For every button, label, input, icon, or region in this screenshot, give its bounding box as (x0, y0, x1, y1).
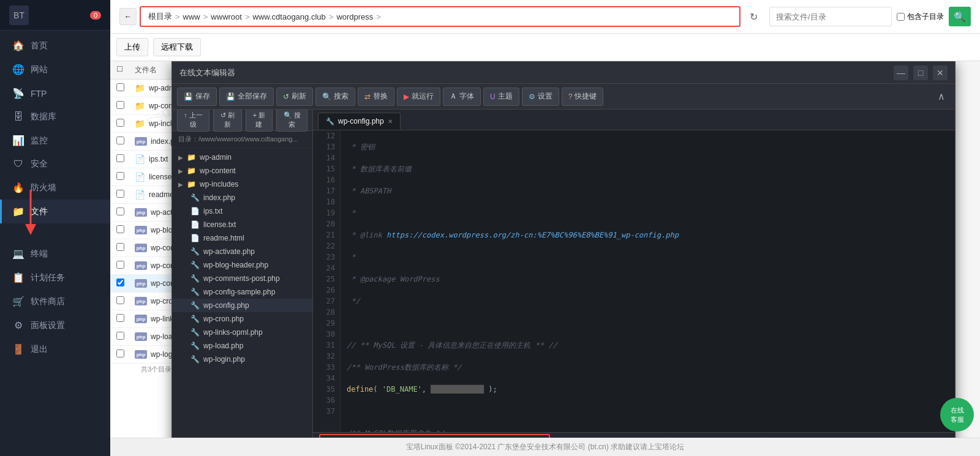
sidebar-item-terminal[interactable]: 💻 终端 (0, 242, 110, 266)
run-icon: ▶ (404, 92, 409, 101)
online-support-button[interactable]: 在线 客服 (940, 398, 974, 432)
sidebar-item-security[interactable]: 🛡 安全 (0, 152, 110, 176)
php-file-icon: 🔧 (190, 193, 200, 202)
theme-icon: U (490, 92, 496, 101)
tree-item-readme-html[interactable]: 📄 readme.html (172, 231, 312, 245)
tree-item-wp-load[interactable]: 🔧 wp-load.php (172, 339, 312, 353)
sidebar-item-store[interactable]: 🛒 软件商店 (0, 290, 110, 313)
search-input[interactable] (769, 7, 892, 26)
search-area: 包含子目录 🔍 (769, 7, 971, 26)
search-button[interactable]: 🔍 搜索 (315, 88, 355, 106)
settings-button[interactable]: ⚙ 设置 (522, 88, 559, 106)
tree-item-wp-activate-php[interactable]: 🔧 wp-activate.php (172, 245, 312, 258)
include-subdirs-checkbox[interactable] (897, 13, 905, 21)
file-checkbox (116, 243, 135, 253)
breadcrumb-wordpress[interactable]: wordpress (336, 12, 373, 21)
monitor-icon: 📊 (12, 135, 24, 146)
tree-item-wp-config-sample[interactable]: 🔧 wp-config-sample.php (172, 285, 312, 299)
editor-body: ↑ 上一级 ↺ 刷新 + 新建 🔍 搜索 目录：/www/wwwroot/www… (172, 110, 955, 438)
sidebar-item-label: 软件商店 (31, 296, 65, 307)
refresh-button[interactable]: ↻ (744, 7, 763, 26)
tree-up-button[interactable]: ↑ 上一级 (177, 110, 209, 132)
theme-button[interactable]: U 主题 (483, 88, 519, 106)
tree-search-button[interactable]: 🔍 搜索 (276, 110, 307, 132)
tree-item-wp-content[interactable]: ▶ 📁 wp-content (172, 164, 312, 178)
tree-item-license-txt[interactable]: 📄 license.txt (172, 218, 312, 231)
sidebar-item-monitor[interactable]: 📊 监控 (0, 129, 110, 152)
tree-item-wp-blog-header[interactable]: 🔧 wp-blog-header.php (172, 258, 312, 272)
save-all-button[interactable]: 💾 全部保存 (219, 88, 274, 106)
file-checkbox (116, 314, 135, 324)
run-label: 就运行 (412, 91, 434, 102)
tree-item-wp-includes[interactable]: ▶ 📁 wp-includes (172, 178, 312, 191)
sidebar-item-panel-settings[interactable]: ⚙ 面板设置 (0, 313, 110, 337)
minimize-button[interactable]: — (894, 65, 908, 80)
sidebar-item-ftp[interactable]: 📡 FTP (0, 81, 110, 105)
status-filepath: 文件位置：/www/wwwroot/www.cdtaogang.club/wor… (319, 434, 550, 438)
sidebar-item-files[interactable]: 📁 文件 (0, 200, 110, 223)
replace-button[interactable]: ⇄ 替换 (358, 88, 394, 106)
search-button[interactable]: 🔍 (949, 7, 971, 26)
sidebar-item-logout[interactable]: 🚪 退出 (0, 337, 110, 361)
tree-new-button[interactable]: + 新建 (246, 110, 273, 132)
tree-content: ▶ 📁 wp-admin ▶ 📁 wp-content ▶ 📁 w (172, 148, 312, 438)
tree-item-wp-comments[interactable]: 🔧 wp-comments-post.php (172, 272, 312, 285)
status-row: 行 1 (562, 436, 575, 438)
tab-close-button[interactable]: ✕ (388, 118, 393, 125)
home-icon: 🏠 (12, 40, 24, 51)
sidebar-item-database[interactable]: 🗄 数据库 (0, 105, 110, 129)
back-icon: ← (124, 12, 132, 21)
txt-file-icon: 📄 (190, 220, 200, 229)
folder-icon: 📁 (135, 83, 145, 93)
php-icon: php (135, 226, 147, 234)
tree-item-index-php[interactable]: 🔧 index.php (172, 191, 312, 204)
collapse-button[interactable]: ∧ (933, 89, 950, 104)
font-button[interactable]: Ａ 字体 (443, 88, 481, 106)
remote-download-button[interactable]: 远程下载 (153, 38, 201, 56)
include-subdirs-text: 包含子目录 (907, 12, 944, 22)
file-checkbox (116, 190, 135, 200)
code-content[interactable]: * 密钥 * 数据库表名前缀 * ABSPATH * * @link https… (341, 130, 955, 432)
tree-item-wp-cron[interactable]: 🔧 wp-cron.php (172, 312, 312, 326)
tree-item-wp-config[interactable]: 🔧 wp-config.php (172, 299, 312, 312)
breadcrumb-domain[interactable]: www.cdtaogang.club (253, 12, 326, 21)
save-icon: 💾 (184, 92, 193, 101)
save-button[interactable]: 💾 保存 (177, 88, 217, 106)
upload-button[interactable]: 上传 (116, 38, 148, 56)
sidebar-item-label: 安全 (31, 159, 48, 170)
sidebar-item-label: 文件 (31, 206, 48, 217)
php-icon: php (135, 332, 147, 341)
tab-php-icon: 🔧 (326, 118, 334, 125)
breadcrumb-www[interactable]: www (183, 12, 200, 21)
tree-item-label: wp-admin (200, 153, 232, 162)
status-space: 空格：4 (664, 436, 688, 438)
refresh-label: 刷新 (292, 91, 306, 102)
sidebar-item-firewall[interactable]: 🔥 防火墙 (0, 176, 110, 200)
refresh-button[interactable]: ↺ 刷新 (276, 88, 313, 106)
tree-item-label: wp-blog-header.php (203, 261, 268, 269)
back-button[interactable]: ← (119, 8, 137, 25)
maximize-button[interactable]: □ (913, 65, 928, 80)
tab-wp-config[interactable]: 🔧 wp-config.php ✕ (318, 113, 401, 130)
shortcuts-button[interactable]: ? 快捷键 (562, 88, 604, 106)
settings-label: 设置 (538, 91, 552, 102)
sidebar-item-website[interactable]: 🌐 网站 (0, 58, 110, 81)
theme-label: 主题 (498, 91, 513, 102)
tree-refresh-button[interactable]: ↺ 刷新 (213, 110, 242, 132)
editor-titlebar: 在线文本编辑器 — □ ✕ (172, 62, 955, 84)
breadcrumb-root[interactable]: 根目录 (148, 11, 172, 22)
main-content: ← 根目录 > www > wwwroot > www.cdtaogang.cl… (110, 0, 980, 456)
txt-icon: 📄 (135, 172, 145, 182)
tree-item-wp-links[interactable]: 🔧 wp-links-opml.php (172, 326, 312, 339)
tree-item-wp-admin[interactable]: ▶ 📁 wp-admin (172, 151, 312, 164)
sidebar-item-home[interactable]: 🏠 首页 (0, 34, 110, 58)
tree-item-ips-txt[interactable]: 📄 ips.txt (172, 204, 312, 218)
sidebar-item-cron[interactable]: 📋 计划任务 (0, 266, 110, 290)
shortcut-icon: ? (568, 92, 573, 101)
tree-item-wp-login[interactable]: 🔧 wp-login.php (172, 353, 312, 366)
breadcrumb-wwwroot[interactable]: wwwroot (211, 12, 242, 21)
close-button[interactable]: ✕ (933, 65, 948, 80)
code-area[interactable]: 12131415 16171819 20212223 24252627 2829… (313, 130, 955, 432)
run-button[interactable]: ▶ 就运行 (397, 88, 440, 106)
status-encoding: 编码：UTF-8 (701, 436, 740, 438)
